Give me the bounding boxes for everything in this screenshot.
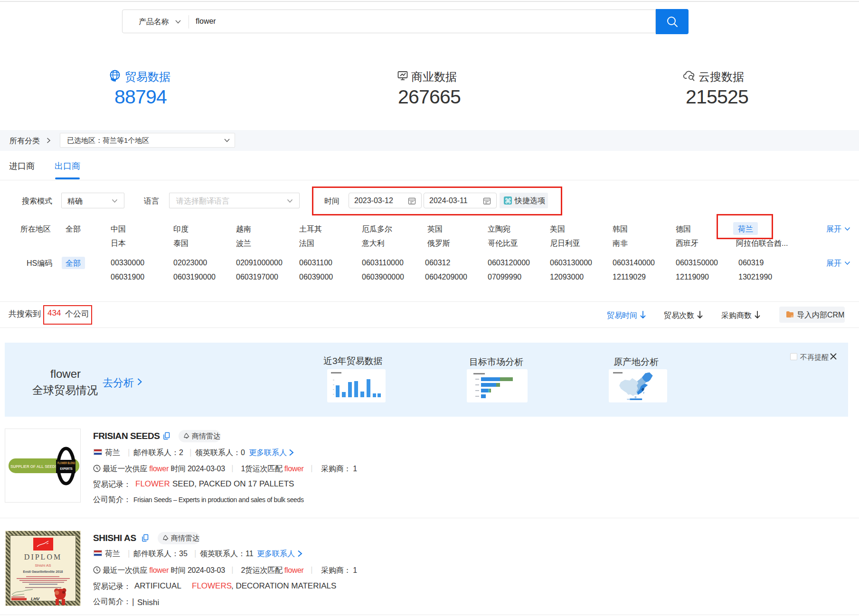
svg-text:EXPERTS: EXPERTS bbox=[60, 467, 73, 470]
svg-text:FLOWER BLEND: FLOWER BLEND bbox=[57, 461, 75, 465]
svg-text:SUPPLIER OF ALL SEEDS: SUPPLIER OF ALL SEEDS bbox=[10, 464, 57, 469]
